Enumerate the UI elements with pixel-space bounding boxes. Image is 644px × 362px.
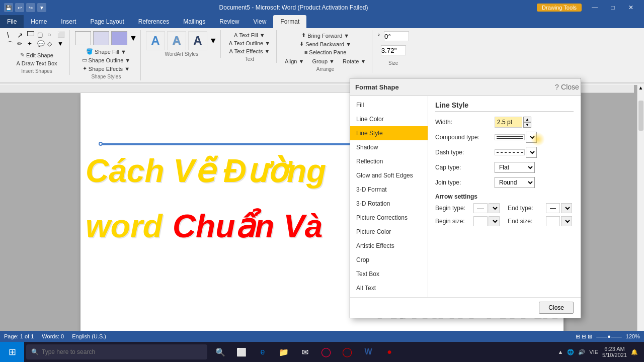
style-preset-1[interactable] [75, 31, 91, 45]
tab-format[interactable]: Format [273, 15, 306, 28]
taskbar-app1[interactable]: ◯ [317, 343, 335, 361]
system-tray-up[interactable]: ▲ [557, 349, 563, 355]
begin-type-dropdown[interactable]: — [489, 203, 500, 213]
clock[interactable]: 6:23 AM 5/10/2021 [602, 346, 627, 358]
edit-shape-button[interactable]: ✎ Edit Shape [17, 51, 56, 59]
style-preset-3[interactable] [111, 31, 127, 45]
outline-dropdown-icon[interactable]: ▼ [125, 57, 130, 63]
wordart-preset-3[interactable]: A [188, 31, 207, 50]
begin-size-dropdown[interactable]: 1 [489, 216, 500, 226]
send-backward-button[interactable]: ⬇ Send Backward ▼ [296, 40, 354, 48]
shape-outline-button[interactable]: ▭ Shape Outline ▼ [79, 56, 134, 64]
taskbar-edge-icon[interactable]: e [254, 343, 272, 361]
text-fill-dropdown[interactable]: ▼ [260, 32, 265, 38]
search-input[interactable] [42, 348, 202, 355]
tab-references[interactable]: References [131, 15, 176, 28]
tab-home[interactable]: Home [24, 15, 54, 28]
width-spin-down[interactable]: ▼ [523, 122, 531, 128]
text-fill-button[interactable]: A Text Fill ▼ [231, 31, 268, 39]
send-backward-dropdown[interactable]: ▼ [346, 41, 351, 47]
tab-file[interactable]: File [0, 15, 24, 28]
shape-pencil[interactable]: ✏ [17, 40, 26, 49]
shape-fill-button[interactable]: 🪣 Shape Fill ▼ [83, 47, 129, 56]
dialog-item-crop[interactable]: Crop [350, 253, 428, 267]
shape-star[interactable]: ✦ [27, 40, 36, 49]
taskbar-mail-icon[interactable]: ✉ [296, 343, 314, 361]
text-outline-button[interactable]: A Text Outline ▼ [226, 39, 273, 47]
dialog-item-glow[interactable]: Glow and Soft Edges [350, 168, 428, 183]
taskbar-word-icon[interactable]: W [359, 343, 377, 361]
scroll-thumb[interactable] [638, 101, 643, 131]
align-button[interactable]: Align ▼ [282, 57, 307, 65]
dialog-item-3d-rotation[interactable]: 3-D Rotation [350, 197, 428, 211]
end-type-dropdown[interactable]: — [561, 203, 572, 213]
dialog-item-3d-format[interactable]: 3-D Format [350, 183, 428, 197]
effects-dropdown-icon[interactable]: ▼ [124, 66, 130, 72]
style-more-button[interactable]: ▼ [129, 34, 137, 43]
save-icon[interactable]: 💾 [4, 3, 13, 12]
quick-access-dropdown[interactable]: ▼ [37, 3, 46, 12]
bring-forward-button[interactable]: ⬆ Bring Forward ▼ [298, 31, 352, 40]
taskbar-app3[interactable]: ● [380, 343, 398, 361]
shape-flowchart[interactable]: ◇ [47, 40, 56, 49]
shape-arrow[interactable]: ↗ [17, 31, 26, 39]
bring-forward-dropdown[interactable]: ▼ [344, 33, 349, 39]
fill-dropdown-icon[interactable]: ▼ [121, 49, 126, 55]
taskbar-app2[interactable]: ◯ [338, 343, 356, 361]
text-outline-dropdown[interactable]: ▼ [265, 40, 270, 46]
width-input[interactable] [495, 117, 522, 128]
shape-dropdown[interactable]: ▼ [57, 40, 66, 49]
tab-mailings[interactable]: Mailings [176, 15, 212, 28]
shape-effects-button[interactable]: ✦ Shape Effects ▼ [79, 64, 133, 73]
shape-freeform[interactable]: ⌒ [7, 40, 16, 49]
rotate-button[interactable]: Rotate ▼ [340, 57, 369, 65]
cap-type-dropdown[interactable]: Flat Round Square [495, 162, 535, 173]
redo-icon[interactable]: ↪ [26, 3, 35, 12]
wordart-more-button[interactable]: ▼ [209, 36, 217, 45]
text-effects-button[interactable]: A Text Effects ▼ [226, 47, 273, 55]
taskbar-explorer-icon[interactable]: 📁 [275, 343, 293, 361]
maximize-button[interactable]: □ [604, 0, 622, 15]
undo-icon[interactable]: ↩ [15, 3, 24, 12]
taskbar-task-view[interactable]: ⬜ [232, 343, 251, 361]
shape-line[interactable]: \ [7, 31, 16, 39]
dialog-item-shadow[interactable]: Shadow [350, 140, 428, 154]
style-preset-2[interactable] [93, 31, 109, 45]
start-button[interactable]: ⊞ [0, 342, 24, 362]
dialog-item-pic-color[interactable]: Picture Color [350, 225, 428, 239]
tab-review[interactable]: Review [212, 15, 246, 28]
shape-rounded-rect[interactable]: ▢ [37, 31, 46, 39]
line-handle-left[interactable] [99, 142, 103, 146]
dialog-item-artistic[interactable]: Artistic Effects [350, 239, 428, 253]
dialog-close-btn[interactable]: Close [539, 302, 574, 314]
selection-pane-button[interactable]: ≡ Selection Pane [301, 48, 349, 56]
zoom-slider[interactable]: ——●—— [596, 333, 622, 339]
close-window-button[interactable]: ✕ [622, 0, 640, 15]
join-type-dropdown[interactable]: Round Bevel Miter [495, 177, 535, 188]
dash-type-dropdown[interactable]: — - - ··· [526, 147, 537, 158]
network-icon[interactable]: 🌐 [567, 349, 574, 355]
notification-icon[interactable]: 🔔 [631, 349, 638, 355]
group-button[interactable]: Group ▼ [309, 57, 338, 65]
draw-textbox-button[interactable]: A Draw Text Box [13, 59, 60, 67]
dialog-item-reflection[interactable]: Reflection [350, 154, 428, 168]
tab-page-layout[interactable]: Page Layout [83, 15, 131, 28]
shape-callout[interactable]: 💬 [37, 40, 46, 49]
width-spin-up[interactable]: ▲ [523, 117, 531, 122]
dialog-item-line-color[interactable]: Line Color [350, 112, 428, 126]
shape-oval[interactable]: ○ [47, 31, 56, 39]
dialog-close-button[interactable]: Close [565, 81, 576, 93]
wordart-preset-2[interactable]: A [167, 31, 186, 50]
tab-view[interactable]: View [247, 15, 274, 28]
dialog-item-alt-text[interactable]: Alt Text [350, 281, 428, 295]
vertical-scrollbar[interactable]: ▲ [637, 85, 644, 331]
tab-insert[interactable]: Insert [54, 15, 83, 28]
text-effects-dropdown[interactable]: ▼ [264, 48, 270, 54]
shape-more[interactable]: ⬜ [57, 31, 66, 39]
wordart-preset-1[interactable]: A [146, 31, 165, 50]
minimize-button[interactable]: — [586, 0, 604, 15]
end-size-dropdown[interactable]: 1 [561, 216, 572, 226]
dialog-item-textbox[interactable]: Text Box [350, 267, 428, 281]
taskbar-search-icon[interactable]: 🔍 [211, 343, 229, 361]
dialog-item-pic-corrections[interactable]: Picture Corrections [350, 211, 428, 225]
